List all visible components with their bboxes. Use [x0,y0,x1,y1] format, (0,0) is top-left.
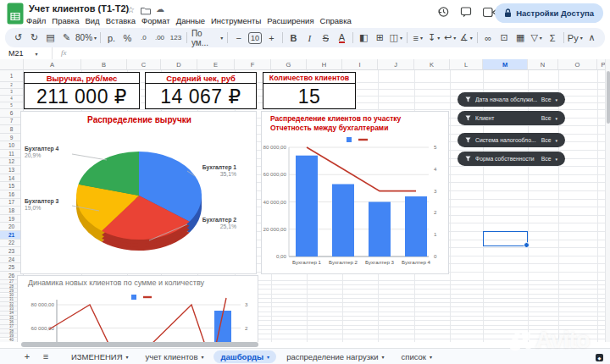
right-axis-tick: 2 [245,325,248,331]
left-axis-tick: 0,00 [276,253,287,259]
filter-funnel-icon [465,115,471,121]
right-axis-tick: 2 [434,209,437,215]
row-header-1[interactable]: 1 [0,70,24,82]
column-header-D[interactable]: D [161,59,197,70]
sheet-tab-label: ИЗМЕНЕНИЯ [71,352,123,361]
line-series [307,147,416,191]
sheet-tab-label: учет клиентов [146,352,198,361]
dynamics-chart-widget[interactable]: 80 000,0060 000,0032 Динамика новых клие… [17,275,258,347]
vertical-scrollbar-thumb[interactable] [607,71,610,124]
sheet-tab-caret-icon[interactable]: ▾ [382,354,385,360]
sheet-tab-caret-icon[interactable]: ▾ [201,354,203,360]
sheet-tab-ИЗМЕНЕНИЯ[interactable]: ИЗМЕНЕНИЯ▾ [64,350,136,363]
filter-pill-2[interactable]: КлиентВсе▾ [458,111,565,125]
bar-chart-title: Распределение клиентов по участку Отчетн… [270,114,444,133]
fill-handle[interactable] [524,242,530,248]
bar-2 [332,185,354,257]
selected-cell[interactable] [483,231,528,246]
kpi-card-3[interactable]: Количество клиентов15 [263,72,356,109]
row-header-2[interactable]: 2 [0,82,24,89]
filter-pill-1[interactable]: Дата начала обслужи...Все▾ [458,92,565,107]
all-sheets-button[interactable]: ≡ [39,351,53,361]
horizontal-scrollbar [0,342,610,348]
left-axis-tick: 80 000,00 [30,301,54,307]
pie-label-name: Бухгалтер 3 [25,198,72,205]
pie-label-name: Бухгалтер 2 [187,217,236,223]
sheet-tab-label: дашборды [220,352,263,361]
pie-chart-widget[interactable]: Распределение выручки Бухгалтер 135,1%Бу… [20,111,257,274]
row-header-3[interactable]: 3 [0,89,24,96]
right-axis-tick: 1 [434,231,437,237]
column-header-L[interactable]: L [450,59,483,70]
column-header-O[interactable]: O [558,59,597,70]
google-sheets-app: Учет клиентов (Т1-Т2) ☆ ☁ ФайлПравкаВидВ… [0,0,610,364]
column-header-N[interactable]: N [528,59,558,70]
kpi-card-1[interactable]: Выручка, руб/мес211 000 ₽ [24,72,140,109]
filter-pill-3[interactable]: Система налогообло...Все▾ [458,133,565,147]
left-axis-tick: 80 000,00 [263,144,286,150]
sheet-tab-дашборды[interactable]: дашборды▾ [214,350,276,363]
bar-1 [296,156,318,256]
right-axis-tick: 3 [434,188,437,194]
x-axis-label: Бухгалтер 3 [365,259,395,265]
x-axis-label: Бухгалтер 1 [292,259,322,265]
filter-caret-icon: ▾ [555,138,557,143]
column-header-F[interactable]: F [235,59,271,70]
row-header-5[interactable]: 5 [0,102,24,109]
x-axis-label: Бухгалтер 4 [402,259,431,265]
bar-3 [369,202,391,257]
horizontal-scrollbar-thumb[interactable] [21,342,258,347]
pie-label-name: Бухгалтер 1 [187,164,236,171]
column-header-J[interactable]: J [378,59,414,70]
bar-4 [405,196,427,256]
column-header-C[interactable]: C [127,59,161,70]
sheet-tab-учет клиентов[interactable]: учет клиентов▾ [139,350,211,363]
sheet-tab-label: распределение нагрузки [286,352,378,361]
filter-funnel-icon [465,137,471,143]
pie-label-3: Бухгалтер 319,0% [25,198,72,212]
dynamics-chart-title: Динамика новых клиентов по сумме и колич… [28,279,252,287]
filter-label: Клиент [475,115,537,121]
column-header-M[interactable]: M [483,59,528,70]
filter-label: Форма собственности [475,156,537,162]
pie-chart-title: Распределение выручки [21,115,257,124]
column-header-H[interactable]: H [307,59,342,70]
avito-badge-glyph: ◆ [598,356,602,361]
column-header-G[interactable]: G [271,59,307,70]
gridline-h [24,109,605,110]
filter-caret-icon: ▾ [555,116,557,121]
column-header-K[interactable]: K [414,59,450,70]
kpi-value: 211 000 ₽ [25,84,139,109]
dynamics-line [49,298,226,347]
column-header-B[interactable]: B [81,59,127,70]
avito-badge: ◆ [596,354,603,361]
sheet-tab-caret-icon[interactable]: ▾ [430,354,432,360]
filter-pill-4[interactable]: Форма собственностиВсе▾ [458,152,565,166]
bar-chart-widget[interactable]: 0,0020 000,0040 000,0060 000,0080 000,00… [261,111,449,274]
filter-value[interactable]: Все [541,137,552,143]
kpi-card-2[interactable]: Средний чек, руб14 067 ₽ [145,72,257,109]
pie-label-2: Бухгалтер 225,1% [187,217,236,231]
sheet-tab-caret-icon[interactable]: ▾ [267,354,269,360]
column-header-E[interactable]: E [197,59,235,70]
sheet-tab-распределение нагрузки[interactable]: распределение нагрузки▾ [280,350,391,363]
add-sheet-button[interactable]: + [20,351,34,361]
column-header-A[interactable]: A [24,59,81,70]
filter-caret-icon: ▾ [555,97,557,102]
row-header-4[interactable]: 4 [0,96,24,102]
sheet-area: ABCDEFGHIJKLMNOP 12345678910111213141516… [0,0,610,364]
grid-corner[interactable] [0,59,24,70]
filter-value[interactable]: Все [541,156,552,162]
filter-label: Дата начала обслужи... [475,97,537,102]
filter-funnel-icon [465,156,471,162]
sheet-tab-caret-icon[interactable]: ▾ [126,354,129,360]
sheet-tab-список[interactable]: список▾ [395,350,440,363]
bar-chart-canvas: 0,0020 000,0040 000,0060 000,0080 000,00… [262,112,449,274]
filter-value[interactable]: Все [541,97,552,102]
vertical-scrollbar[interactable] [605,59,610,343]
right-axis-tick: 4 [434,166,437,172]
column-header-I[interactable]: I [342,59,378,70]
sheet-tab-bar: + ≡ ИЗМЕНЕНИЯ▾учет клиентов▾дашборды▾рас… [0,348,610,364]
filter-value[interactable]: Все [541,115,552,121]
kpi-label: Количество клиентов [263,73,355,84]
